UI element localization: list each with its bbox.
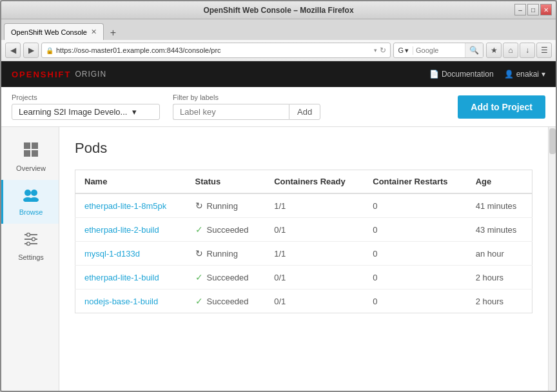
project-dropdown[interactable]: Learning S2I Image Develo... ▾ [12, 104, 160, 120]
containers-ready-cell: 0/1 [265, 266, 364, 289]
filter-section: Filter by labels Add [173, 93, 320, 120]
pod-name-cell: nodejs-base-1-build [75, 289, 186, 313]
pod-status-cell: ✓Succeeded [186, 289, 266, 313]
col-status: Status [186, 170, 266, 194]
tab-close-icon[interactable]: ✕ [91, 28, 97, 36]
header-right: 📄 Documentation 👤 enakai ▾ [429, 70, 545, 79]
col-containers-ready: Containers Ready [265, 170, 364, 194]
running-icon: ↻ [195, 201, 203, 211]
projects-label: Projects [12, 93, 160, 101]
age-cell: 2 hours [467, 266, 533, 289]
containers-ready-cell: 1/1 [265, 193, 364, 218]
check-icon: ✓ [195, 272, 203, 282]
search-engine-selector[interactable]: G ▾ [394, 46, 413, 55]
os-logo: OPENSHIFT [12, 70, 71, 79]
search-bar[interactable]: G ▾ 🔍 [393, 43, 484, 58]
status-label: Succeeded [207, 225, 249, 235]
scrollbar-thumb[interactable] [549, 128, 556, 154]
svg-point-13 [27, 242, 30, 246]
container-restarts-cell: 0 [364, 193, 466, 218]
svg-rect-0 [24, 142, 30, 149]
search-engine-arrow: ▾ [405, 46, 409, 55]
pod-name-cell: etherpad-lite-2-build [75, 218, 186, 242]
nav-extra-buttons: ★ ⌂ ↓ ☰ [486, 43, 552, 58]
documentation-link[interactable]: 📄 Documentation [429, 70, 494, 79]
user-menu[interactable]: 👤 enakai ▾ [504, 70, 545, 79]
add-to-project-button[interactable]: Add to Project [458, 95, 545, 119]
table-row: etherpad-lite-1-build✓Succeeded0/102 hou… [75, 266, 533, 289]
os-origin-label: ORIGIN [75, 70, 106, 79]
containers-ready-cell: 0/1 [265, 289, 364, 313]
filter-label: Filter by labels [173, 93, 320, 101]
col-age: Age [467, 170, 533, 194]
pod-name-link[interactable]: etherpad-lite-2-build [84, 225, 159, 235]
home-button[interactable]: ⌂ [503, 43, 518, 58]
os-header: OPENSHIFT ORIGIN 📄 Documentation 👤 enaka… [1, 61, 556, 87]
col-container-restarts: Container Restarts [364, 170, 466, 194]
age-cell: 43 minutes [467, 218, 533, 242]
user-arrow-icon: ▾ [542, 70, 545, 79]
filter-add-button[interactable]: Add [289, 104, 320, 120]
sidebar-item-browse[interactable]: Browse [1, 180, 59, 224]
pod-name-link[interactable]: mysql-1-d133d [84, 249, 140, 259]
search-input[interactable] [413, 46, 465, 54]
maximize-button[interactable]: □ [527, 4, 539, 15]
status-label: Succeeded [207, 297, 249, 306]
filter-input-group: Add [173, 104, 320, 120]
close-button[interactable]: ✕ [540, 4, 552, 15]
col-name: Name [75, 170, 186, 194]
age-cell: an hour [467, 242, 533, 266]
browser-tab[interactable]: OpenShift Web Console ✕ [4, 23, 104, 40]
container-restarts-cell: 0 [364, 242, 466, 266]
pod-name-link[interactable]: nodejs-base-1-build [84, 297, 158, 306]
containers-ready-cell: 0/1 [265, 218, 364, 242]
minimize-button[interactable]: – [514, 4, 526, 15]
svg-point-12 [32, 238, 35, 241]
overview-icon [23, 141, 39, 162]
table-row: mysql-1-d133d↻Running1/10an hour [75, 242, 533, 266]
sidebar-item-overview[interactable]: Overview [1, 133, 59, 180]
new-tab-button[interactable]: + [106, 26, 120, 40]
table-header-row: Name Status Containers Ready Container R… [75, 170, 533, 194]
bookmark-button[interactable]: ★ [486, 43, 502, 58]
refresh-icon[interactable]: ↻ [380, 46, 386, 55]
menu-button[interactable]: ☰ [536, 43, 552, 58]
address-dropdown-icon[interactable]: ▾ [374, 47, 377, 54]
svg-point-4 [24, 190, 31, 196]
address-bar[interactable]: 🔒 https://oso-master01.example.com:8443/… [41, 43, 391, 58]
pod-name-cell: mysql-1-d133d [75, 242, 186, 266]
window-controls: – □ ✕ [514, 4, 552, 15]
status-label: Succeeded [207, 273, 249, 282]
download-button[interactable]: ↓ [520, 43, 535, 58]
browse-icon [23, 188, 39, 206]
pod-name-link[interactable]: etherpad-lite-1-8m5pk [84, 201, 166, 211]
pod-status-cell: ↻Running [186, 242, 266, 266]
age-cell: 41 minutes [467, 193, 533, 218]
svg-rect-1 [32, 142, 38, 149]
svg-rect-2 [24, 150, 30, 157]
pod-name-link[interactable]: etherpad-lite-1-build [84, 273, 159, 282]
table-row: nodejs-base-1-build✓Succeeded0/102 hours [75, 289, 533, 313]
window-title: OpenShift Web Console – Mozilla Firefox [203, 6, 353, 15]
browser-window: OpenShift Web Console – Mozilla Firefox … [0, 0, 557, 392]
sidebar-item-settings[interactable]: Settings [1, 224, 59, 269]
container-restarts-cell: 0 [364, 266, 466, 289]
os-logo-shift: SHIFT [41, 70, 72, 79]
filter-input[interactable] [173, 104, 289, 120]
os-logo-open: OPEN [12, 70, 41, 79]
page-title: Pods [75, 140, 533, 157]
browse-label: Browse [19, 208, 43, 216]
back-button[interactable]: ◀ [5, 43, 21, 58]
pod-name-cell: etherpad-lite-1-build [75, 266, 186, 289]
scrollbar[interactable] [548, 127, 556, 391]
search-engine-label: G [398, 46, 404, 54]
forward-button[interactable]: ▶ [23, 43, 39, 58]
doc-icon: 📄 [429, 70, 439, 79]
nav-bar: ◀ ▶ 🔒 https://oso-master01.example.com:8… [1, 40, 556, 61]
project-value: Learning S2I Image Develo... [19, 107, 127, 117]
search-go-button[interactable]: 🔍 [465, 43, 483, 57]
container-restarts-cell: 0 [364, 218, 466, 242]
pods-table: Name Status Containers Ready Container R… [75, 170, 533, 313]
user-label: enakai [516, 70, 539, 79]
content-area: Pods Name Status Containers Ready Contai… [59, 127, 548, 391]
